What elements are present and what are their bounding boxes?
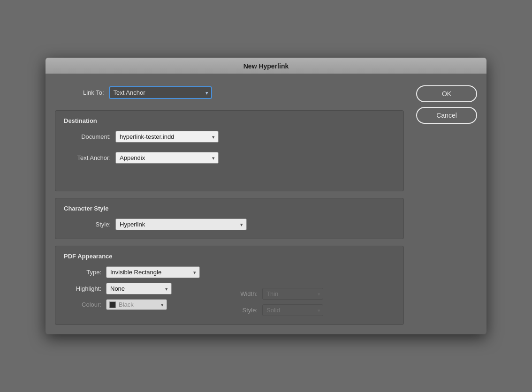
pdf-style-select: Solid Dashed — [262, 304, 323, 316]
colour-select[interactable]: Black — [106, 299, 167, 310]
cancel-button[interactable]: Cancel — [416, 107, 477, 124]
document-select-wrapper[interactable]: hyperlink-tester.indd — [115, 131, 219, 143]
style-row: Style: Hyperlink — [64, 219, 395, 230]
style-select[interactable]: Hyperlink — [115, 219, 247, 230]
width-label: Width: — [229, 290, 258, 297]
pdf-left: Type: Invisible Rectangle Visible Rectan… — [64, 266, 229, 316]
width-select: Thin Medium Thick — [262, 288, 323, 300]
text-anchor-select[interactable]: Appendix — [115, 152, 219, 164]
pdf-style-label: Style: — [229, 307, 258, 314]
pdf-appearance-section: PDF Appearance Type: Invisible Rectangle… — [55, 246, 404, 325]
colour-row: Colour: Black — [64, 299, 229, 310]
character-style-section: Character Style Style: Hyperlink — [55, 198, 404, 239]
pdf-appearance-title: PDF Appearance — [64, 253, 395, 260]
link-to-row: Link To: Text Anchor URL File Email Page — [55, 83, 404, 104]
colour-value: Black — [119, 301, 134, 308]
type-row: Type: Invisible Rectangle Visible Rectan… — [64, 266, 229, 278]
dialog-title: New Hyperlink — [243, 62, 289, 70]
width-row: Width: Thin Medium Thick — [229, 288, 395, 300]
destination-title: Destination — [64, 117, 395, 124]
left-panel: Link To: Text Anchor URL File Email Page… — [55, 83, 404, 325]
type-select[interactable]: Invisible Rectangle Visible Rectangle — [106, 266, 200, 278]
highlight-select-wrapper[interactable]: None Invert Outline Inset — [106, 283, 172, 294]
right-panel: OK Cancel — [411, 83, 477, 325]
highlight-select[interactable]: None Invert Outline Inset — [106, 283, 172, 294]
document-row: Document: hyperlink-tester.indd — [64, 131, 395, 143]
width-select-wrapper: Thin Medium Thick — [262, 288, 323, 300]
document-select[interactable]: hyperlink-tester.indd — [115, 131, 219, 143]
link-to-select-wrapper[interactable]: Text Anchor URL File Email Page — [109, 86, 212, 99]
colour-label: Colour: — [64, 301, 101, 308]
dialog: New Hyperlink Link To: Text Anchor URL F… — [46, 58, 486, 334]
link-to-select[interactable]: Text Anchor URL File Email Page — [109, 86, 212, 99]
color-swatch — [109, 302, 116, 308]
type-select-wrapper[interactable]: Invisible Rectangle Visible Rectangle — [106, 266, 200, 278]
link-to-label: Link To: — [83, 89, 104, 96]
highlight-label: Highlight: — [64, 285, 101, 292]
destination-section: Destination Document: hyperlink-tester.i… — [55, 110, 404, 191]
dialog-title-bar: New Hyperlink — [46, 58, 486, 74]
style-select-wrapper[interactable]: Hyperlink — [115, 219, 247, 230]
character-style-title: Character Style — [64, 205, 395, 212]
pdf-style-select-wrapper: Solid Dashed — [262, 304, 323, 316]
text-anchor-select-wrapper[interactable]: Appendix — [115, 152, 219, 164]
type-label: Type: — [64, 269, 101, 276]
style-label: Style: — [64, 221, 111, 228]
ok-button[interactable]: OK — [416, 85, 477, 102]
pdf-fields: Type: Invisible Rectangle Visible Rectan… — [64, 266, 395, 316]
highlight-row: Highlight: None Invert Outline Inset — [64, 283, 229, 294]
text-anchor-row: Text Anchor: Appendix — [64, 152, 395, 164]
text-anchor-label: Text Anchor: — [64, 154, 111, 161]
pdf-right: Width: Thin Medium Thick Style: — [229, 266, 395, 316]
document-label: Document: — [64, 133, 111, 140]
pdf-style-row: Style: Solid Dashed — [229, 304, 395, 316]
